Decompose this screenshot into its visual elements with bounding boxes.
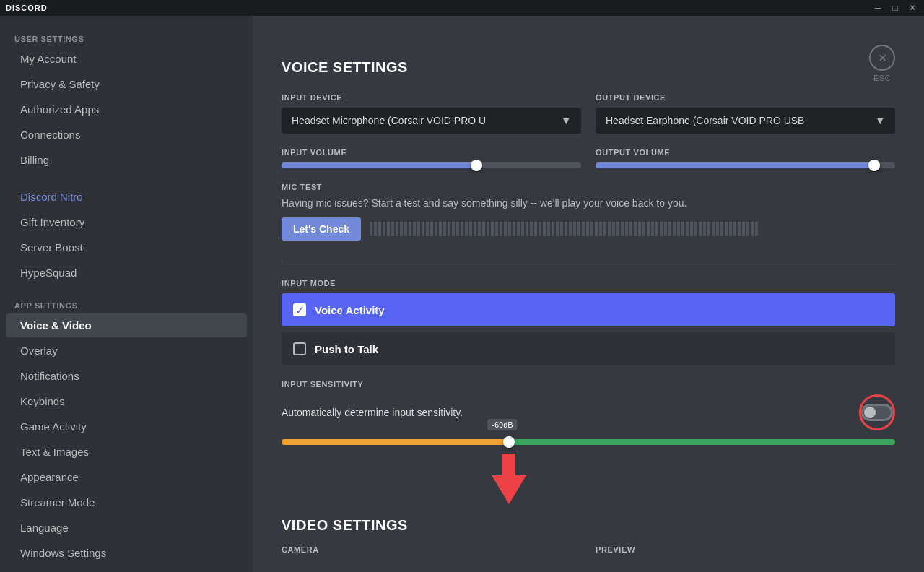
- mic-bar: [686, 222, 689, 236]
- mic-bar: [456, 222, 459, 236]
- auto-sensitivity-toggle[interactable]: [861, 404, 893, 421]
- mic-bar: [370, 222, 372, 236]
- sidebar-item-windows-settings[interactable]: Windows Settings: [6, 541, 247, 565]
- mic-bar: [590, 222, 593, 236]
- output-device-select[interactable]: Headset Earphone (Corsair VOID PRO USB ▼: [596, 108, 895, 134]
- sidebar-item-overlay[interactable]: Overlay: [6, 339, 247, 363]
- mic-bar: [539, 222, 541, 236]
- mic-bar: [547, 222, 550, 236]
- close-button[interactable]: ✕: [907, 3, 918, 13]
- output-volume-slider[interactable]: [596, 162, 895, 168]
- sensitivity-desc: Automatically determine input sensitivit…: [282, 407, 463, 418]
- minimize-button[interactable]: ─: [872, 3, 884, 13]
- mic-bar: [707, 222, 710, 236]
- arrow-head: [492, 475, 526, 504]
- preview-col: PREVIEW: [596, 545, 895, 560]
- mic-bar: [517, 222, 520, 236]
- mic-bar: [578, 222, 580, 236]
- esc-button[interactable]: ✕ ESC: [869, 45, 895, 82]
- mic-bar: [638, 222, 641, 236]
- sensitivity-thumb[interactable]: [503, 436, 515, 448]
- mic-bar: [430, 222, 433, 236]
- mic-bar: [495, 222, 498, 236]
- esc-circle-icon: ✕: [869, 45, 895, 71]
- input-volume-slider[interactable]: [282, 162, 581, 168]
- mic-bar: [647, 222, 650, 236]
- mic-bar: [595, 222, 598, 236]
- mic-bar: [478, 222, 481, 236]
- mic-bar: [500, 222, 502, 236]
- sidebar-item-discord-nitro[interactable]: Discord Nitro: [6, 185, 247, 209]
- output-device-chevron-icon: ▼: [875, 115, 885, 126]
- maximize-button[interactable]: □: [889, 3, 901, 13]
- sidebar-item-authorized-apps[interactable]: Authorized Apps: [6, 98, 247, 121]
- mic-test-desc: Having mic issues? Start a test and say …: [282, 197, 895, 209]
- mic-bar: [625, 222, 628, 236]
- arrow-shaft: [502, 454, 515, 475]
- voice-activity-option[interactable]: ✓ Voice Activity: [282, 293, 895, 326]
- mic-bar: [565, 222, 567, 236]
- mic-bar: [487, 222, 489, 236]
- sensitivity-tooltip: -69dB: [487, 419, 517, 430]
- output-device-col: OUTPUT DEVICE Headset Earphone (Corsair …: [596, 93, 895, 134]
- mic-test-label: MIC TEST: [282, 183, 895, 191]
- mic-bar: [582, 222, 585, 236]
- sidebar-item-appearance[interactable]: Appearance: [6, 465, 247, 489]
- mic-bar: [634, 222, 637, 236]
- mic-bar: [448, 222, 450, 236]
- sidebar-item-hypesquad[interactable]: HypeSquad: [6, 261, 247, 285]
- sidebar-item-billing[interactable]: Billing: [6, 148, 247, 172]
- sidebar-item-voice-video[interactable]: Voice & Video: [6, 313, 247, 337]
- mic-bar: [651, 222, 654, 236]
- sidebar-item-language[interactable]: Language: [6, 516, 247, 540]
- sidebar-item-gift-inventory[interactable]: Gift Inventory: [6, 210, 247, 234]
- input-device-chevron-icon: ▼: [561, 115, 571, 126]
- mic-bar: [452, 222, 455, 236]
- app-settings-label: APP SETTINGS: [0, 297, 253, 313]
- mic-bar: [396, 222, 398, 236]
- sidebar-item-server-boost[interactable]: Server Boost: [6, 235, 247, 259]
- mic-bar: [461, 222, 463, 236]
- mic-bar: [573, 222, 576, 236]
- input-volume-thumb[interactable]: [471, 160, 482, 171]
- mic-bar: [543, 222, 546, 236]
- mic-bar: [569, 222, 572, 236]
- sidebar-item-connections[interactable]: Connections: [6, 123, 247, 147]
- camera-col: CAMERA: [282, 545, 581, 560]
- sidebar-item-my-account[interactable]: My Account: [6, 47, 247, 71]
- mic-bar: [629, 222, 632, 236]
- mic-bar: [642, 222, 645, 236]
- mic-bar: [526, 222, 528, 236]
- toggle-circle-outline: [859, 394, 895, 430]
- output-device-label: OUTPUT DEVICE: [596, 93, 895, 102]
- mic-bar: [608, 222, 611, 236]
- toggle-knob: [864, 407, 876, 418]
- mic-bar: [751, 222, 754, 236]
- divider-1: [282, 261, 895, 261]
- sidebar-item-streamer-mode[interactable]: Streamer Mode: [6, 490, 247, 514]
- esc-label: ESC: [873, 74, 891, 82]
- sidebar-item-notifications[interactable]: Notifications: [6, 364, 247, 388]
- sidebar-item-game-activity[interactable]: Game Activity: [6, 415, 247, 438]
- mic-bar: [469, 222, 472, 236]
- sidebar-item-privacy-safety[interactable]: Privacy & Safety: [6, 72, 247, 96]
- push-to-talk-checkbox: [293, 342, 306, 355]
- video-settings-title: VIDEO SETTINGS: [282, 517, 895, 534]
- mic-bar: [729, 222, 732, 236]
- input-device-value: Headset Microphone (Corsair VOID PRO U: [292, 115, 555, 126]
- mic-bar: [443, 222, 446, 236]
- push-to-talk-option[interactable]: Push to Talk: [282, 332, 895, 365]
- sensitivity-slider[interactable]: [282, 439, 895, 445]
- mic-bar: [668, 222, 671, 236]
- output-volume-thumb[interactable]: [868, 160, 880, 171]
- input-device-select[interactable]: Headset Microphone (Corsair VOID PRO U ▼: [282, 108, 581, 134]
- sidebar-item-keybinds[interactable]: Keybinds: [6, 389, 247, 413]
- sidebar-item-text-images[interactable]: Text & Images: [6, 440, 247, 464]
- mic-bar: [616, 222, 619, 236]
- mic-bar: [612, 222, 615, 236]
- mic-bar: [482, 222, 485, 236]
- mic-bar: [681, 222, 684, 236]
- input-device-label: INPUT DEVICE: [282, 93, 581, 102]
- lets-check-button[interactable]: Let's Check: [282, 217, 361, 240]
- mic-bar: [417, 222, 420, 236]
